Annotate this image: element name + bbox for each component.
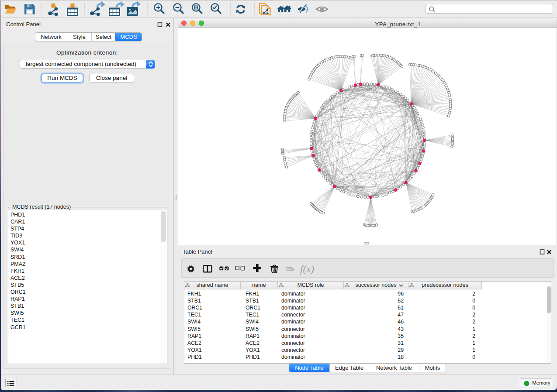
svg-text:f(x): f(x) xyxy=(300,264,314,275)
